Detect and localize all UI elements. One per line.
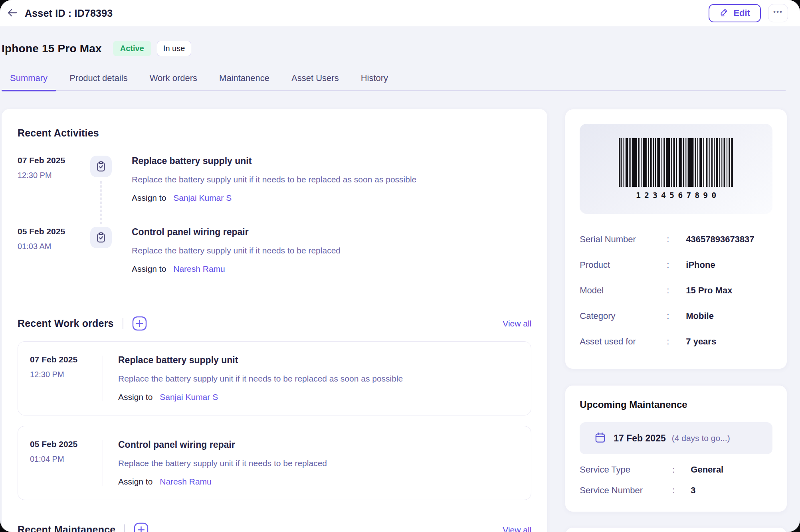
upcoming-maintenance-card: Upcoming Maintanence 17 Feb 2025 (4 days…	[565, 385, 787, 512]
assign-to-label: Assign to	[118, 392, 152, 401]
recent-activities-title: Recent Activities	[18, 127, 531, 139]
tab-summary[interactable]: Summary	[2, 73, 56, 90]
tab-asset-users[interactable]: Asset Users	[283, 73, 347, 90]
assign-line: Assign to Naresh Ramu	[132, 264, 531, 274]
detail-value: 3	[691, 485, 695, 496]
assign-line: Assign to Sanjai Kumar S	[118, 392, 403, 402]
detail-value: Mobile	[686, 311, 714, 321]
detail-row-serial-number: Serial Number : 43657893673837	[580, 227, 772, 252]
recent-maintenance-title: Recent Maintanence	[18, 524, 115, 532]
tab-history[interactable]: History	[352, 73, 396, 90]
work-order-details: Replace battery supply unit Replace the …	[103, 355, 412, 402]
maintenance-date: 17 Feb 2025	[614, 433, 665, 444]
detail-label: Service Number	[580, 485, 672, 496]
activity-datetime: 05 Feb 2025 01:03 AM	[18, 227, 90, 298]
activity-details: Control panel wiring repair Replace the …	[132, 227, 531, 298]
work-order-details: Control panel wiring repair Replace the …	[103, 439, 337, 487]
work-order-title: Control panel wiring repair	[118, 439, 327, 450]
detail-label: Asset used for	[580, 336, 667, 347]
colon-separator: :	[667, 260, 686, 270]
status-badge: Active	[113, 41, 151, 56]
content-area: Recent Activities 07 Feb 2025 12:30 PM	[2, 109, 787, 532]
assignee-link[interactable]: Sanjai Kumar S	[160, 392, 218, 401]
work-order-title: Replace battery supply unit	[118, 355, 403, 366]
activity-date: 07 Feb 2025	[18, 156, 90, 165]
tab-maintenance[interactable]: Maintanence	[211, 73, 278, 90]
activities-timeline: 07 Feb 2025 12:30 PM	[18, 156, 531, 298]
edit-button-label: Edit	[733, 8, 750, 18]
assignee-link[interactable]: Naresh Ramu	[160, 477, 212, 486]
arrow-left-icon	[6, 7, 18, 20]
tab-work-orders[interactable]: Work orders	[141, 73, 206, 90]
assignee-link[interactable]: Naresh Ramu	[173, 264, 225, 273]
page-body: Iphone 15 Pro Max Active In use Summary …	[0, 41, 800, 532]
barcode-digits: 1234567890	[632, 190, 720, 200]
tab-bar: Summary Product details Work orders Main…	[2, 73, 786, 91]
clipboard-check-icon	[90, 156, 112, 177]
colon-separator: :	[667, 285, 686, 296]
work-order-time: 12:30 PM	[30, 370, 103, 379]
colon-separator: :	[672, 465, 691, 475]
plus-square-icon	[134, 522, 149, 532]
work-orders-view-all-link[interactable]: View all	[503, 319, 531, 328]
activity-time: 12:30 PM	[18, 171, 90, 180]
work-order-datetime: 05 Feb 2025 01:04 PM	[18, 439, 103, 487]
work-order-card[interactable]: 05 Feb 2025 01:04 PM Control panel wirin…	[18, 426, 531, 500]
tab-product-details[interactable]: Product details	[61, 73, 136, 90]
usage-badge: In use	[157, 41, 191, 56]
activity-marker	[90, 227, 132, 298]
activity-date: 05 Feb 2025	[18, 227, 90, 236]
detail-label: Category	[580, 311, 667, 321]
maintenance-header: Recent Maintanence View all	[18, 522, 531, 532]
assign-line: Assign to Naresh Ramu	[118, 477, 327, 487]
detail-row-product: Product : iPhone	[580, 252, 772, 278]
asset-name: Iphone 15 Pro Max	[2, 42, 102, 55]
work-order-datetime: 07 Feb 2025 12:30 PM	[18, 355, 103, 402]
assign-to-label: Assign to	[132, 193, 166, 202]
right-sidebar: 1234567890 Serial Number : 4365789367383…	[565, 109, 787, 532]
work-order-description: Replace the battery supply unit if it ne…	[118, 374, 403, 384]
work-order-date: 07 Feb 2025	[30, 355, 103, 364]
pencil-icon	[719, 7, 729, 19]
maintenance-detail-rows: Service Type : General Service Number : …	[580, 465, 772, 496]
activity-datetime: 07 Feb 2025 12:30 PM	[18, 156, 90, 227]
assignee-link[interactable]: Sanjai Kumar S	[173, 193, 232, 202]
activity-time: 01:03 AM	[18, 242, 90, 251]
detail-label: Serial Number	[580, 234, 667, 245]
maintenance-countdown: (4 days to go...)	[672, 433, 730, 443]
activity-title: Replace battery supply unit	[132, 156, 531, 166]
detail-row-service-type: Service Type : General	[580, 465, 772, 475]
topbar-actions: Edit •••	[709, 4, 788, 22]
colon-separator: :	[667, 234, 686, 245]
activity-item: 05 Feb 2025 01:03 AM	[18, 227, 531, 298]
work-order-description: Replace the battery supply unit if it ne…	[118, 459, 327, 468]
detail-row-category: Category : Mobile	[580, 303, 772, 329]
add-work-order-button[interactable]	[132, 316, 147, 331]
barcode-image	[619, 138, 734, 187]
detail-label: Product	[580, 260, 667, 270]
detail-label: Model	[580, 285, 667, 296]
more-options-button[interactable]: •••	[768, 4, 788, 22]
edit-button[interactable]: Edit	[709, 4, 761, 22]
asset-detail-page: Asset ID : ID78393 Edit ••• Iphone 15 Pr…	[0, 0, 800, 532]
back-button[interactable]	[6, 6, 19, 20]
add-maintenance-button[interactable]	[134, 522, 149, 532]
product-info-card: 1234567890 Serial Number : 4365789367383…	[565, 109, 787, 369]
work-order-date: 05 Feb 2025	[30, 439, 103, 449]
detail-value: 7 years	[686, 336, 716, 347]
calendar-icon	[594, 431, 606, 445]
ellipsis-icon: •••	[773, 8, 783, 16]
activity-description: Replace the battery supply unit if it ne…	[132, 175, 531, 184]
maintenance-view-all-link[interactable]: View all	[503, 525, 531, 532]
detail-value: General	[691, 465, 723, 475]
detail-row-service-number: Service Number : 3	[580, 485, 772, 496]
plus-square-icon	[132, 316, 147, 331]
detail-value: 43657893673837	[686, 234, 754, 245]
assign-to-label: Assign to	[132, 264, 166, 273]
detail-row-model: Model : 15 Pro Max	[580, 278, 772, 303]
clipboard-check-icon	[90, 227, 112, 248]
work-order-card[interactable]: 07 Feb 2025 12:30 PM Replace battery sup…	[18, 341, 531, 415]
asset-title-row: Iphone 15 Pro Max Active In use	[2, 41, 787, 56]
product-detail-rows: Serial Number : 43657893673837 Product :…	[580, 227, 772, 354]
detail-value: iPhone	[686, 260, 715, 270]
